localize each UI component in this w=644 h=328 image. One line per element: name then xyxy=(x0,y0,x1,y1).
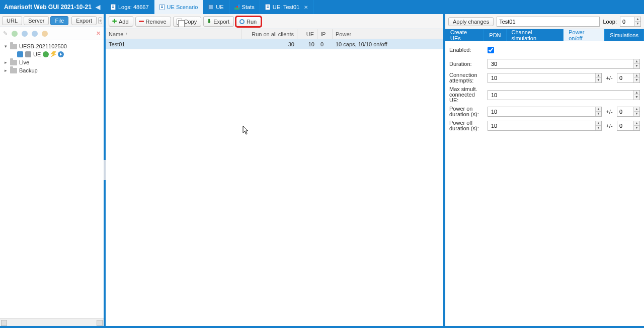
col-ue[interactable]: UE xyxy=(297,29,317,39)
remove-button[interactable]: Remove xyxy=(135,17,171,27)
spin-up-icon[interactable]: ▲ xyxy=(634,73,639,78)
conn-pm-input[interactable] xyxy=(617,73,633,83)
sort-icon[interactable] xyxy=(42,31,48,37)
rtab-simulations[interactable]: Simulations xyxy=(605,29,644,41)
expand-icon[interactable]: ▸ xyxy=(3,60,8,65)
tab-label: Logs: 48667 xyxy=(118,4,149,10)
add-source-icon[interactable]: + xyxy=(98,17,102,24)
collapse-left-icon[interactable]: ◀ xyxy=(94,3,102,11)
spin-down-icon[interactable]: ▼ xyxy=(596,112,601,116)
cell-power: 10 caps, 10/10 on/off xyxy=(333,41,443,47)
duration-input[interactable] xyxy=(488,59,633,68)
tab-stats[interactable]: Stats xyxy=(229,0,260,14)
tab-ue[interactable]: UE xyxy=(203,0,229,14)
server-icon xyxy=(25,51,31,57)
export-button[interactable]: ⬇Export xyxy=(203,16,234,27)
rtab-create-ues[interactable]: Create UEs xyxy=(445,29,484,41)
conn-pm-spinner[interactable]: ▲▼ xyxy=(617,73,640,83)
max-spinner[interactable]: ▲▼ xyxy=(488,90,640,100)
pon-spinner[interactable]: ▲▼ xyxy=(488,107,602,117)
rtab-channel-sim[interactable]: Channel simulation xyxy=(507,29,564,41)
spin-down-icon[interactable]: ▼ xyxy=(634,112,639,116)
cube-icon xyxy=(208,5,213,10)
spin-up-icon[interactable]: ▲ xyxy=(634,91,639,95)
spin-up-icon[interactable]: ▲ xyxy=(596,121,601,126)
sync-icon[interactable] xyxy=(32,31,38,37)
file-tree[interactable]: ▾ UESB-2021102500 UE xyxy=(0,40,104,318)
pon-pm-input[interactable] xyxy=(617,107,633,116)
scenario-toolbar: ✚Add Remove Copy ⬇Export Run xyxy=(106,14,443,29)
col-name[interactable]: Name↑ xyxy=(106,29,242,39)
tab-ue-test01[interactable]: UE: Test01 ✕ xyxy=(260,0,314,14)
spin-down-icon[interactable]: ▼ xyxy=(596,126,601,130)
server-button[interactable]: Server xyxy=(24,16,49,25)
mouse-cursor xyxy=(243,126,250,135)
left-panel: URL Server File Export + ✎ ✕ ▾ UESB-202 xyxy=(0,14,106,326)
file-button[interactable]: File xyxy=(50,16,68,25)
spin-up-icon[interactable]: ▲ xyxy=(596,107,601,112)
tab-label: UE Scenario xyxy=(167,4,198,10)
tab-ue-scenario[interactable]: UE Scenario xyxy=(154,0,204,14)
url-button[interactable]: URL xyxy=(2,16,22,25)
top-tabstrip: Amarisoft Web GUI 2021-10-21 ◀ Logs: 486… xyxy=(0,0,644,14)
wand-icon[interactable]: ✎ xyxy=(3,30,8,37)
tree-root[interactable]: ▾ UESB-2021102500 xyxy=(1,42,103,50)
spin-up-icon[interactable]: ▲ xyxy=(634,107,639,112)
spin-down-icon[interactable]: ▼ xyxy=(596,78,601,83)
spin-down-icon[interactable]: ▼ xyxy=(634,64,639,68)
loop-input[interactable] xyxy=(620,19,634,25)
copy-icon xyxy=(177,19,182,25)
spin-up-icon[interactable]: ▲ xyxy=(635,17,640,22)
spin-down-icon[interactable]: ▼ xyxy=(634,95,639,100)
pon-pm-spinner[interactable]: ▲▼ xyxy=(617,107,640,117)
enabled-checkbox[interactable] xyxy=(488,47,494,53)
cell-name: Test01 xyxy=(106,41,242,47)
run-icon xyxy=(239,19,245,24)
table-row[interactable]: Test01 30 10 0 10 caps, 10/10 on/off xyxy=(106,39,443,49)
poff-input[interactable] xyxy=(488,121,595,130)
max-input[interactable] xyxy=(488,91,633,100)
duration-spinner[interactable]: ▲▼ xyxy=(488,59,640,69)
tree-live[interactable]: ▸ Live xyxy=(1,58,103,66)
tree-backup[interactable]: ▸ Backup xyxy=(1,66,103,74)
expand-icon[interactable]: ▸ xyxy=(3,68,8,73)
loop-spinner[interactable]: ▲▼ xyxy=(620,17,641,27)
spin-up-icon[interactable]: ▲ xyxy=(634,121,639,126)
doc-icon xyxy=(159,4,165,10)
add-button[interactable]: ✚Add xyxy=(109,16,133,27)
col-run-all-clients[interactable]: Run on all clients xyxy=(242,29,297,39)
pon-input[interactable] xyxy=(488,107,595,116)
poff-spinner[interactable]: ▲▼ xyxy=(488,121,602,131)
spin-down-icon[interactable]: ▼ xyxy=(634,78,639,83)
conn-spinner[interactable]: ▲▼ xyxy=(488,73,602,83)
plus-icon: ✚ xyxy=(112,18,117,25)
horizontal-scrollbar[interactable] xyxy=(0,318,104,326)
close-icon[interactable]: ✕ xyxy=(304,5,308,10)
right-panel: Apply changes Loop: ▲▼ Create UEs PDN Ch… xyxy=(445,14,644,326)
scenario-name-input[interactable] xyxy=(497,17,600,27)
apply-changes-button[interactable]: Apply changes xyxy=(448,17,494,26)
spin-up-icon[interactable]: ▲ xyxy=(634,59,639,64)
run-button[interactable]: Run xyxy=(236,17,261,27)
rtab-power-onoff[interactable]: Power on/off xyxy=(564,29,605,41)
spin-down-icon[interactable]: ▼ xyxy=(635,22,640,26)
spin-up-icon[interactable]: ▲ xyxy=(596,73,601,78)
copy-button[interactable]: Copy xyxy=(173,17,202,27)
grid-body[interactable]: Test01 30 10 0 10 caps, 10/10 on/off xyxy=(106,39,443,326)
tree-ue[interactable]: UE xyxy=(10,50,103,58)
poff-pm-input[interactable] xyxy=(617,121,633,130)
clear-icon[interactable]: ✕ xyxy=(96,30,101,37)
refresh-icon[interactable] xyxy=(22,31,28,37)
play-icon[interactable] xyxy=(12,31,18,37)
col-ip[interactable]: IP xyxy=(317,29,333,39)
col-power[interactable]: Power xyxy=(333,29,443,39)
rtab-pdn[interactable]: PDN xyxy=(484,29,506,41)
db-icon xyxy=(17,51,23,57)
export-button[interactable]: Export xyxy=(71,16,97,25)
pm-label: +/- xyxy=(605,123,614,129)
poff-pm-spinner[interactable]: ▲▼ xyxy=(617,121,640,131)
spin-down-icon[interactable]: ▼ xyxy=(634,126,639,130)
conn-input[interactable] xyxy=(488,73,595,83)
tab-logs[interactable]: Logs: 48667 xyxy=(106,0,154,14)
expand-icon[interactable]: ▾ xyxy=(3,44,8,49)
